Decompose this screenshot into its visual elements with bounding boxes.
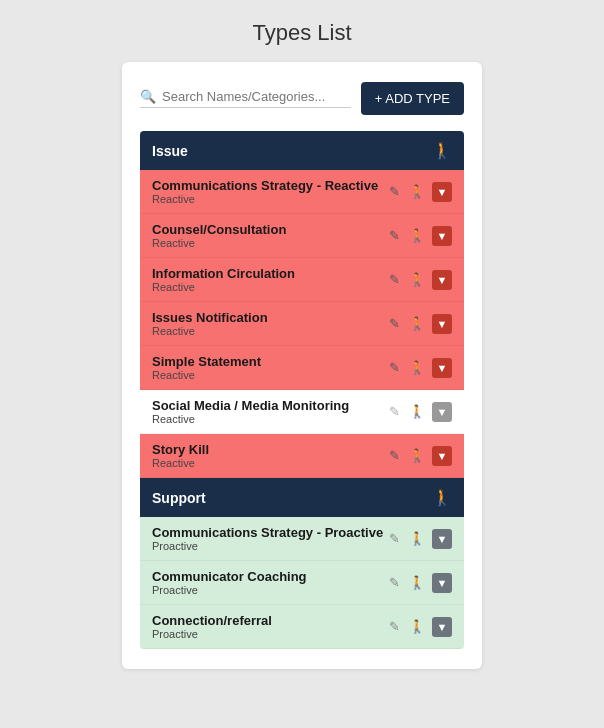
person-icon[interactable]: 🚶 (407, 573, 427, 592)
list-item: Information Circulation Reactive ✎ 🚶 ▼ (140, 258, 464, 302)
list-item: Simple Statement Reactive ✎ 🚶 ▼ (140, 346, 464, 390)
delete-button[interactable]: ▼ (432, 529, 452, 549)
section-label-issue: Issue (152, 143, 188, 159)
edit-icon[interactable]: ✎ (387, 314, 402, 333)
search-input-wrap: 🔍 (140, 89, 351, 108)
delete-button[interactable]: ▼ (432, 446, 452, 466)
section-header-support: Support 🚶 (140, 478, 464, 517)
search-icon: 🔍 (140, 89, 156, 104)
list-item: Connection/referral Proactive ✎ 🚶 ▼ (140, 605, 464, 649)
list-item: Counsel/Consultation Reactive ✎ 🚶 ▼ (140, 214, 464, 258)
person-icon-support: 🚶 (432, 488, 452, 507)
person-icon-issue: 🚶 (432, 141, 452, 160)
main-card: 🔍 + ADD TYPE Issue 🚶 Communications Stra… (122, 62, 482, 669)
delete-button[interactable]: ▼ (432, 226, 452, 246)
person-icon[interactable]: 🚶 (407, 358, 427, 377)
section-header-issue: Issue 🚶 (140, 131, 464, 170)
person-icon[interactable]: 🚶 (407, 314, 427, 333)
delete-button[interactable]: ▼ (432, 358, 452, 378)
list-item: Story Kill Reactive ✎ 🚶 ▼ (140, 434, 464, 478)
delete-button[interactable]: ▼ (432, 182, 452, 202)
search-row: 🔍 + ADD TYPE (140, 82, 464, 115)
list-item: Social Media / Media Monitoring Reactive… (140, 390, 464, 434)
edit-icon[interactable]: ✎ (387, 529, 402, 548)
edit-icon[interactable]: ✎ (387, 573, 402, 592)
edit-icon[interactable]: ✎ (387, 446, 402, 465)
person-icon[interactable]: 🚶 (407, 182, 427, 201)
delete-button[interactable]: ▼ (432, 270, 452, 290)
delete-button[interactable]: ▼ (432, 617, 452, 637)
delete-button[interactable]: ▼ (432, 573, 452, 593)
edit-icon[interactable]: ✎ (387, 402, 402, 421)
list-item: Communications Strategy - Proactive Proa… (140, 517, 464, 561)
delete-button[interactable]: ▼ (432, 314, 452, 334)
person-icon[interactable]: 🚶 (407, 226, 427, 245)
edit-icon[interactable]: ✎ (387, 270, 402, 289)
delete-button[interactable]: ▼ (432, 402, 452, 422)
types-list: Issue 🚶 Communications Strategy - Reacti… (140, 131, 464, 649)
edit-icon[interactable]: ✎ (387, 358, 402, 377)
edit-icon[interactable]: ✎ (387, 182, 402, 201)
list-item: Communications Strategy - Reactive React… (140, 170, 464, 214)
list-item: Issues Notification Reactive ✎ 🚶 ▼ (140, 302, 464, 346)
person-icon[interactable]: 🚶 (407, 270, 427, 289)
person-icon[interactable]: 🚶 (407, 446, 427, 465)
add-type-button[interactable]: + ADD TYPE (361, 82, 464, 115)
person-icon[interactable]: 🚶 (407, 402, 427, 421)
list-item: Communicator Coaching Proactive ✎ 🚶 ▼ (140, 561, 464, 605)
section-label-support: Support (152, 490, 206, 506)
page-title: Types List (252, 20, 351, 46)
search-input[interactable] (162, 89, 351, 104)
edit-icon[interactable]: ✎ (387, 617, 402, 636)
edit-icon[interactable]: ✎ (387, 226, 402, 245)
person-icon[interactable]: 🚶 (407, 617, 427, 636)
person-icon[interactable]: 🚶 (407, 529, 427, 548)
